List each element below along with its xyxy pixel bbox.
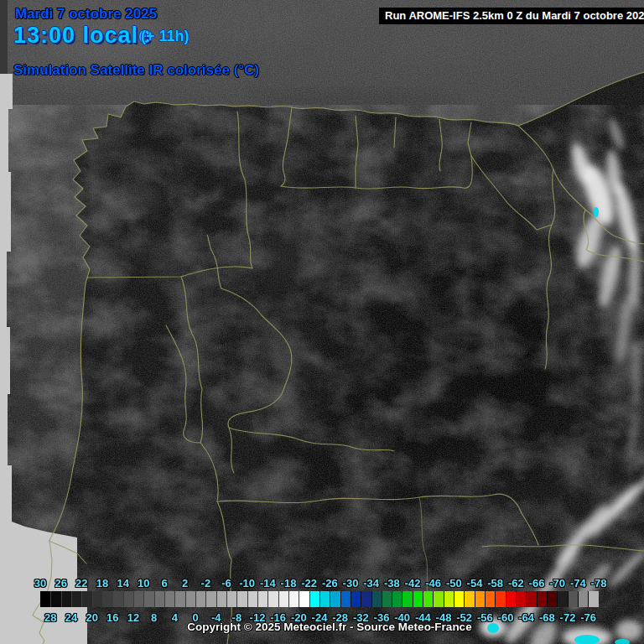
time-offset-label: (+ 11h) [141, 28, 190, 45]
satellite-ir-map [0, 0, 644, 644]
local-time-label: 13:00 locale [13, 23, 152, 49]
date-label: Mardi 7 octobre 2025 [15, 6, 157, 23]
map-subtitle: Simulation Satellite IR colorisée (°C) [13, 62, 259, 79]
domain-edge-top [0, 0, 8, 74]
weather-map-page: Mardi 7 octobre 2025 13:00 locale (+ 11h… [0, 0, 644, 644]
copyright-label: Copyright © 2025 Meteociel.fr - Source M… [187, 621, 471, 633]
domain-edge-corner [0, 522, 87, 644]
model-run-label: Run AROME-IFS 2.5km 0 Z du Mardi 7 octob… [379, 8, 644, 24]
